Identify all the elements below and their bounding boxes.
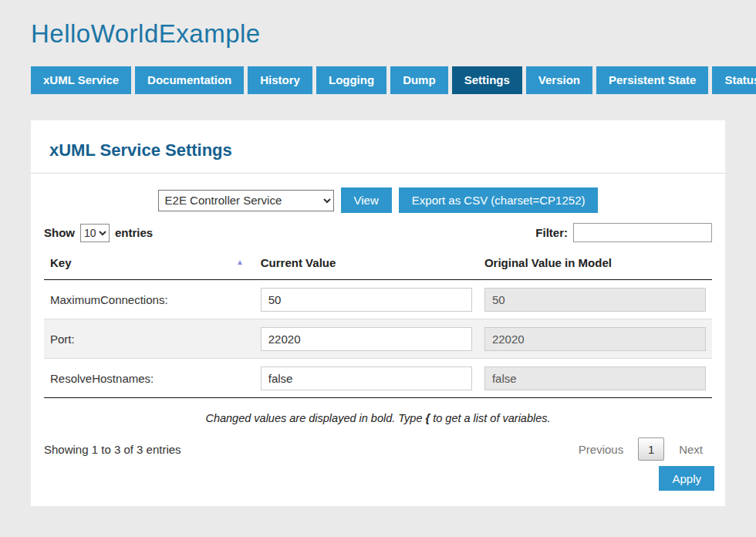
show-entries-control: Show 10 entries	[44, 224, 153, 242]
sort-asc-icon: ▲	[236, 258, 244, 266]
note-text-before: Changed values are displayed in bold. Ty…	[205, 412, 425, 424]
original-value-field	[484, 327, 706, 351]
previous-page-button[interactable]: Previous	[579, 443, 623, 456]
showing-entries-info: Showing 1 to 3 of 3 entries	[44, 443, 181, 456]
view-button[interactable]: View	[341, 187, 392, 213]
settings-panel: xUML Service Settings E2E Controller Ser…	[31, 120, 725, 506]
service-controls: E2E Controller Service View Export as CS…	[31, 187, 725, 213]
entries-label: entries	[115, 226, 153, 239]
column-header-key[interactable]: Key ▲	[44, 247, 255, 280]
settings-table-wrap: Key ▲ Current Value Original Value in Mo…	[44, 247, 712, 398]
page-title: HelloWorldExample	[31, 0, 725, 49]
column-header-key-label: Key	[50, 256, 72, 269]
changed-values-note: Changed values are displayed in bold. Ty…	[31, 412, 725, 424]
tab-persistent-state[interactable]: Persistent State	[596, 66, 708, 94]
tab-documentation[interactable]: Documentation	[135, 66, 244, 94]
table-row: ResolveHostnames:	[44, 359, 712, 398]
setting-key: Port:	[44, 319, 255, 359]
tab-version[interactable]: Version	[526, 66, 592, 94]
column-header-current-value[interactable]: Current Value	[255, 247, 478, 280]
setting-key: MaximumConnections:	[44, 280, 255, 319]
original-value-field	[484, 288, 706, 312]
tab-history[interactable]: History	[248, 66, 312, 94]
filter-input[interactable]	[573, 223, 712, 242]
tab-status[interactable]: Status	[712, 66, 756, 94]
setting-key: ResolveHostnames:	[44, 359, 255, 398]
panel-title: xUML Service Settings	[49, 140, 707, 160]
table-header-row: Key ▲ Current Value Original Value in Mo…	[44, 247, 712, 280]
filter-control: Filter:	[535, 223, 712, 242]
table-row: Port:	[44, 319, 712, 359]
service-select[interactable]: E2E Controller Service	[158, 190, 334, 211]
apply-button[interactable]: Apply	[659, 466, 714, 491]
show-label: Show	[44, 226, 75, 239]
column-header-original-value[interactable]: Original Value in Model	[478, 247, 712, 280]
apply-row: Apply	[31, 461, 725, 505]
next-page-button[interactable]: Next	[679, 443, 703, 456]
tab-settings[interactable]: Settings	[452, 66, 522, 94]
settings-table: Key ▲ Current Value Original Value in Mo…	[44, 247, 712, 398]
page-number-button[interactable]: 1	[638, 437, 664, 461]
tab-bar: xUML Service Documentation History Loggi…	[31, 66, 725, 94]
filter-label: Filter:	[535, 226, 568, 239]
table-row: MaximumConnections:	[44, 280, 712, 319]
export-csv-button[interactable]: Export as CSV (charset=CP1252)	[399, 187, 599, 213]
current-value-input[interactable]	[261, 327, 472, 351]
tab-xuml-service[interactable]: xUML Service	[31, 66, 131, 94]
page: HelloWorldExample xUML Service Documenta…	[0, 0, 756, 506]
note-text-after: to get a list of variables.	[430, 412, 550, 424]
panel-header: xUML Service Settings	[31, 120, 725, 174]
list-controls: Show 10 entries Filter:	[31, 223, 725, 242]
pagination: Previous 1 Next	[579, 437, 712, 461]
table-footer: Showing 1 to 3 of 3 entries Previous 1 N…	[31, 437, 725, 461]
original-value-field	[484, 366, 706, 390]
tab-dump[interactable]: Dump	[390, 66, 448, 94]
current-value-input[interactable]	[261, 366, 472, 390]
page-size-select[interactable]: 10	[80, 224, 110, 242]
tab-logging[interactable]: Logging	[316, 66, 386, 94]
current-value-input[interactable]	[261, 288, 472, 312]
